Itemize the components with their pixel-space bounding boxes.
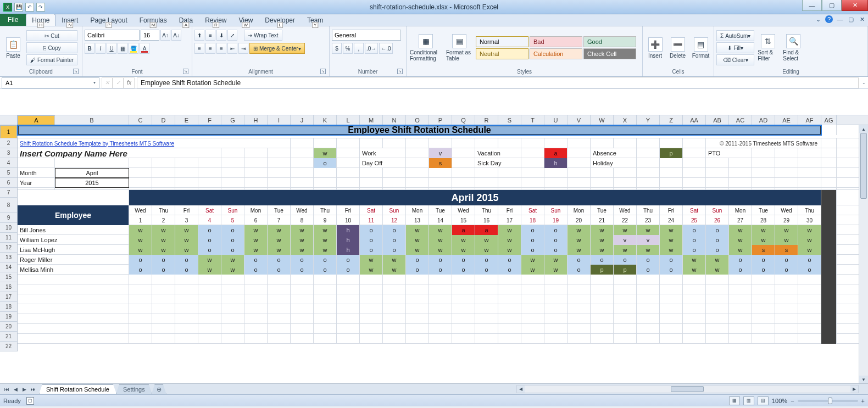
cell[interactable] xyxy=(129,168,152,178)
shift-cell[interactable]: w xyxy=(660,235,683,245)
shift-cell[interactable]: w xyxy=(244,235,268,245)
legend-box-s[interactable]: s xyxy=(429,158,452,168)
row-header[interactable]: 22 xyxy=(0,342,17,351)
cell[interactable] xyxy=(337,148,360,158)
cell[interactable] xyxy=(452,324,475,334)
cell[interactable] xyxy=(129,294,152,304)
clear-button[interactable]: ⌫ Clear ▾ xyxy=(716,54,754,65)
cell[interactable] xyxy=(821,334,837,344)
shift-cell[interactable]: h xyxy=(337,235,360,245)
cell[interactable] xyxy=(244,304,268,314)
cell[interactable] xyxy=(268,334,291,344)
cell[interactable] xyxy=(175,294,198,304)
column-header[interactable]: O xyxy=(406,115,429,125)
cell[interactable] xyxy=(498,284,521,294)
cell[interactable] xyxy=(152,158,175,168)
day-of-week[interactable]: Wed xyxy=(775,205,798,215)
number-format-select[interactable] xyxy=(332,30,401,41)
cell[interactable] xyxy=(314,138,337,148)
underline-button[interactable]: U xyxy=(107,43,116,54)
shift-cell[interactable]: w xyxy=(706,255,729,265)
shift-cell[interactable]: w xyxy=(291,245,314,255)
column-header[interactable]: W xyxy=(591,115,614,125)
shift-cell[interactable]: o xyxy=(291,255,314,265)
cell[interactable] xyxy=(798,158,821,168)
cell[interactable] xyxy=(637,284,660,294)
cell[interactable] xyxy=(660,178,683,188)
cell[interactable] xyxy=(521,324,544,334)
shift-cell[interactable]: w xyxy=(591,225,614,235)
fill-button[interactable]: ⬇ Fill ▾ xyxy=(716,42,754,53)
employee-name[interactable]: Bill Jones xyxy=(18,225,129,235)
cell[interactable] xyxy=(383,304,406,314)
cell[interactable] xyxy=(18,158,55,168)
shift-cell[interactable]: a xyxy=(452,225,475,235)
day-of-week[interactable]: Wed xyxy=(452,205,475,215)
cell[interactable] xyxy=(706,275,729,284)
cell[interactable] xyxy=(198,275,221,284)
column-header[interactable]: Z xyxy=(660,115,683,125)
shift-cell[interactable]: o xyxy=(637,265,660,275)
style-bad[interactable]: Bad xyxy=(530,36,582,47)
row-header[interactable]: 11 xyxy=(0,233,17,243)
cell[interactable] xyxy=(337,138,360,148)
cell[interactable] xyxy=(475,304,498,314)
cell[interactable] xyxy=(821,284,837,294)
day-number[interactable]: 12 xyxy=(383,215,406,225)
decrease-indent-icon[interactable]: ⇤ xyxy=(227,43,237,54)
shift-cell[interactable]: w xyxy=(683,265,706,275)
shift-cell[interactable]: o xyxy=(152,265,175,275)
cell[interactable] xyxy=(406,294,429,304)
cell[interactable] xyxy=(637,168,660,178)
cell[interactable] xyxy=(567,304,591,314)
cell[interactable] xyxy=(221,284,244,294)
ribbon-tab-review[interactable]: ReviewR xyxy=(199,14,232,26)
cell[interactable] xyxy=(314,275,337,284)
cell[interactable] xyxy=(152,275,175,284)
scroll-up-icon[interactable]: ▲ xyxy=(859,125,868,133)
day-number[interactable]: 26 xyxy=(706,215,729,225)
cell[interactable] xyxy=(291,275,314,284)
cell[interactable] xyxy=(683,178,706,188)
cell[interactable] xyxy=(544,334,567,344)
column-header[interactable]: L xyxy=(337,115,360,125)
sheet-prev-icon[interactable]: ◀ xyxy=(11,385,20,394)
ribbon-tab-view[interactable]: ViewW xyxy=(233,14,259,26)
shift-cell[interactable]: o xyxy=(706,245,729,255)
cell[interactable] xyxy=(591,304,614,314)
cell[interactable] xyxy=(244,178,268,188)
cell[interactable] xyxy=(291,294,314,304)
column-header[interactable]: Y xyxy=(637,115,660,125)
column-header[interactable]: R xyxy=(475,115,498,125)
cell[interactable] xyxy=(567,158,591,168)
shift-cell[interactable]: o xyxy=(360,235,383,245)
day-of-week[interactable]: Sun xyxy=(544,205,567,215)
cell[interactable] xyxy=(129,275,152,284)
month-value[interactable]: April xyxy=(55,168,129,178)
cell[interactable] xyxy=(821,245,837,255)
cell[interactable] xyxy=(221,334,244,344)
shift-cell[interactable]: w xyxy=(637,245,660,255)
cell[interactable] xyxy=(591,334,614,344)
cell[interactable] xyxy=(198,168,221,178)
cell[interactable] xyxy=(383,168,406,178)
cell[interactable] xyxy=(706,334,729,344)
italic-button[interactable]: I xyxy=(96,43,105,54)
cell[interactable] xyxy=(752,158,775,168)
cell[interactable] xyxy=(55,158,129,168)
cell[interactable] xyxy=(821,324,837,334)
shift-cell[interactable]: w xyxy=(198,265,221,275)
cell[interactable] xyxy=(314,294,337,304)
align-top-icon[interactable]: ⬆ xyxy=(194,30,204,41)
day-number[interactable]: 30 xyxy=(798,215,821,225)
merge-center-button[interactable]: ⊞ Merge & Center ▾ xyxy=(249,43,305,54)
cell[interactable] xyxy=(452,294,475,304)
cell[interactable] xyxy=(129,284,152,294)
shift-cell[interactable]: o xyxy=(383,235,406,245)
cell[interactable] xyxy=(775,148,798,158)
shift-cell[interactable]: o xyxy=(429,265,452,275)
shift-cell[interactable]: w xyxy=(498,225,521,235)
shift-cell[interactable]: o xyxy=(360,245,383,255)
row-header[interactable]: 6 xyxy=(0,178,17,188)
cell[interactable] xyxy=(706,294,729,304)
